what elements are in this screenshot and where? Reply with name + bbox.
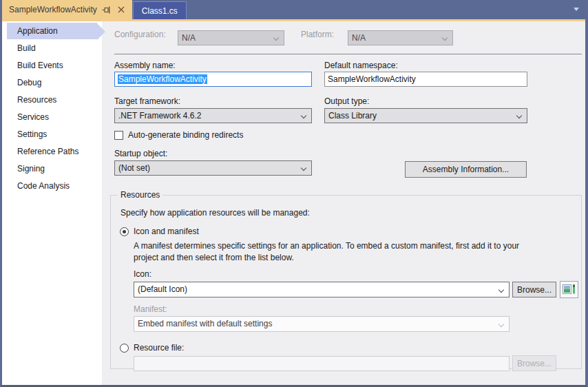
sidebar-item-label: Services [17,112,49,122]
target-framework-select[interactable]: .NET Framework 4.6.2 [114,108,312,123]
sidebar-item-label: Settings [17,129,47,139]
assembly-name-input[interactable]: SampleWorkflowActivity [114,72,312,87]
pin-icon[interactable] [102,5,112,14]
output-type-select[interactable]: Class Library [324,108,527,123]
button-label: Browse... [517,285,552,295]
sidebar-item-label: Build Events [17,61,63,70]
sidebar-item-signing[interactable]: Signing [2,160,102,178]
sidebar-item-label: Resources [17,95,56,105]
chevron-down-icon [273,35,279,41]
tab-label: SampleWorkflowActivity [9,5,97,14]
startup-object-value: (Not set) [118,163,150,173]
chevron-down-icon [301,113,306,118]
group-title: Resources [118,190,162,200]
target-framework-value: .NET Framework 4.6.2 [118,111,201,121]
target-framework-label: Target framework: [114,96,180,106]
sidebar-item-label: Application [17,26,58,36]
chevron-down-icon [442,35,448,41]
icon-preview-button[interactable] [560,281,578,298]
sidebar-item-label: Debug [17,78,41,87]
startup-object-label: Startup object: [114,149,167,158]
default-icon-thumbnail [563,284,576,295]
platform-value: N/A [352,33,366,43]
assembly-name-label: Assembly name: [114,61,176,70]
tab-class1[interactable]: Class1.cs [133,1,187,19]
chevron-down-icon [498,322,504,327]
divider [114,54,582,54]
manifest-description: A manifest determines specific settings … [134,240,533,264]
field-value: SampleWorkflowActivity [328,74,416,84]
application-page: Configuration: N/A Platform: N/A Assembl… [102,21,585,385]
resource-file-input [134,356,510,371]
configuration-select: N/A [178,30,284,45]
icon-browse-button[interactable]: Browse... [512,282,556,297]
document-tab-strip: SampleWorkflowActivity Class1.cs [2,0,585,19]
sidebar-item-build-events[interactable]: Build Events [2,57,102,74]
sidebar-item-resources[interactable]: Resources [2,92,102,109]
platform-label: Platform: [301,30,334,39]
sidebar-item-label: Build [17,43,36,53]
assembly-information-button[interactable]: Assembly Information... [405,161,527,178]
platform-select: N/A [348,30,453,45]
chevron-down-icon [516,113,522,118]
chevron-down-icon [498,287,504,293]
manifest-select: Embed manifest with default settings [134,316,510,332]
sidebar-item-label: Reference Paths [17,147,78,156]
default-namespace-label: Default namespace: [324,61,398,70]
configuration-label: Configuration: [114,30,166,39]
sidebar-item-services[interactable]: Services [2,109,102,126]
tab-overflow-caret-icon[interactable] [574,8,579,11]
icon-label: Icon: [134,269,151,279]
sidebar-item-label: Code Analysis [17,181,70,191]
icon-and-manifest-radio[interactable] [120,227,129,236]
tab-sampleworkflowactivity[interactable]: SampleWorkflowActivity [2,0,132,19]
resource-file-browse-button: Browse... [512,355,556,371]
auto-generate-binding-redirects-label: Auto-generate binding redirects [128,130,243,140]
resources-intro-text: Specify how application resources will b… [120,208,310,218]
chevron-down-icon [301,165,306,171]
sidebar-item-build[interactable]: Build [2,40,102,57]
close-icon[interactable] [116,5,126,14]
button-label: Browse... [517,359,552,368]
manifest-value: Embed manifest with default settings [138,319,272,328]
resources-group: Resources Specify how application resour… [110,195,582,369]
resource-file-label: Resource file: [134,343,184,353]
sidebar-item-reference-paths[interactable]: Reference Paths [2,143,102,160]
icon-select[interactable]: (Default Icon) [134,282,510,297]
resource-file-radio[interactable] [120,344,129,353]
icon-value: (Default Icon) [138,284,187,294]
configuration-value: N/A [182,33,196,43]
default-namespace-input[interactable]: SampleWorkflowActivity [324,72,527,87]
sidebar-item-debug[interactable]: Debug [2,74,102,92]
auto-generate-binding-redirects-checkbox[interactable] [114,131,123,140]
project-properties-window: SampleWorkflowActivity Class1.cs Applica… [0,0,588,387]
selected-text: SampleWorkflowActivity [118,74,207,84]
sidebar-item-application[interactable]: Application [2,23,102,40]
tab-label: Class1.cs [142,6,178,16]
startup-object-select[interactable]: (Not set) [114,160,312,176]
icon-and-manifest-label: Icon and manifest [134,227,199,236]
output-type-value: Class Library [328,111,377,121]
settings-nav: Application Build Build Events Debug Res… [2,21,102,385]
manifest-label: Manifest: [134,304,167,314]
sidebar-item-settings[interactable]: Settings [2,126,102,143]
sidebar-item-code-analysis[interactable]: Code Analysis [2,178,102,195]
button-label: Assembly Information... [423,165,509,174]
output-type-label: Output type: [324,96,369,106]
sidebar-item-label: Signing [17,164,45,174]
